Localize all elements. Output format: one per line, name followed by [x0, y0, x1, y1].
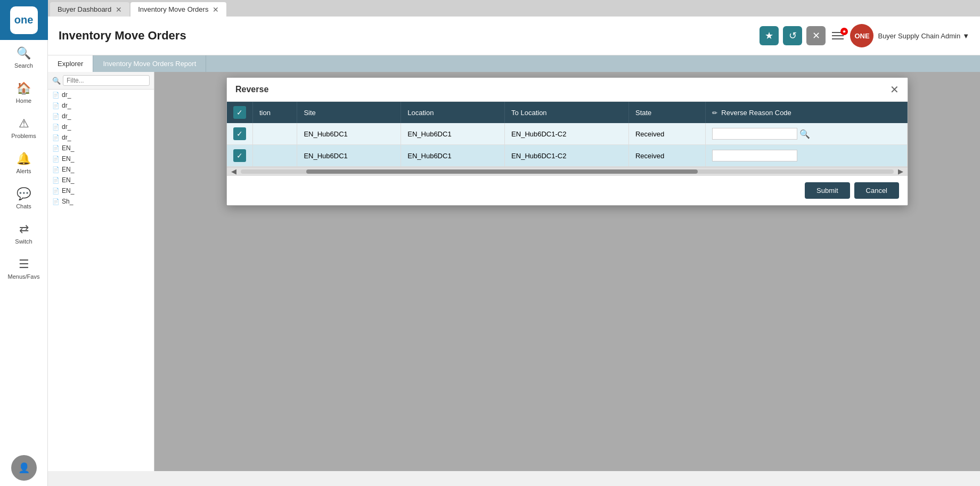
- list-item[interactable]: 📄 EN_: [48, 185, 154, 196]
- row-state-1: Received: [628, 123, 705, 145]
- modal-header: Reverse ✕: [227, 78, 908, 102]
- row-to-location-2: EN_Hub6DC1-C2: [505, 145, 629, 167]
- row-tion-2: [253, 145, 297, 167]
- refresh-icon: ↺: [789, 30, 797, 42]
- sidebar-item-problems[interactable]: ⚠ Problems: [0, 110, 47, 145]
- modal-title: Reverse: [235, 85, 268, 94]
- explorer-filter-input[interactable]: [63, 75, 150, 86]
- horizontal-scrollbar[interactable]: ◀ ▶: [227, 167, 908, 175]
- sidebar-item-label: Menus/Favs: [8, 273, 40, 280]
- menu-icon: ☰: [19, 257, 29, 271]
- modal-overlay: Reverse ✕ ✓: [154, 72, 980, 471]
- reason-code-input-1[interactable]: [712, 128, 797, 140]
- list-item[interactable]: 📄 EN_: [48, 153, 154, 164]
- sidebar-item-search[interactable]: 🔍 Search: [0, 40, 47, 75]
- sidebar-item-label: Switch: [15, 238, 32, 245]
- file-icon: 📄: [52, 102, 60, 109]
- close-page-button[interactable]: ✕: [806, 26, 826, 45]
- list-item[interactable]: 📄 dr_: [48, 111, 154, 122]
- tab-buyer-dashboard[interactable]: Buyer Dashboard ✕: [50, 2, 129, 17]
- logo-text: one: [10, 6, 38, 34]
- sub-tab-label: Inventory Move Orders Report: [103, 60, 196, 68]
- list-item[interactable]: 📄 Sh_: [48, 196, 154, 207]
- file-icon: 📄: [52, 166, 60, 173]
- row-location-2: EN_Hub6DC1: [401, 145, 505, 167]
- sidebar-item-label: Alerts: [16, 168, 31, 174]
- th-checkbox: ✓: [227, 102, 253, 123]
- file-icon: 📄: [52, 156, 60, 163]
- th-to-location: To Location: [505, 102, 629, 123]
- page-title: Inventory Move Orders: [59, 29, 186, 43]
- scroll-right-icon[interactable]: ▶: [896, 167, 905, 175]
- close-icon: ✕: [812, 30, 820, 42]
- tab-label: Inventory Move Orders: [138, 5, 208, 13]
- table-row: ✓ EN_Hub6DC1 EN_Hub6DC1 EN_Hub6DC1-C2 Re…: [227, 123, 908, 145]
- file-icon: 📄: [52, 124, 60, 131]
- tab-inventory-move-orders[interactable]: Inventory Move Orders ✕: [130, 2, 226, 17]
- sidebar-item-alerts[interactable]: 🔔 Alerts: [0, 145, 47, 181]
- sidebar: one 🔍 Search 🏠 Home ⚠ Problems 🔔 Alerts …: [0, 0, 48, 486]
- edit-icon: ✏: [712, 109, 717, 117]
- reason-code-input-2[interactable]: [712, 150, 797, 161]
- sidebar-item-chats[interactable]: 💬 Chats: [0, 181, 47, 216]
- sub-tab-report[interactable]: Inventory Move Orders Report: [93, 55, 206, 72]
- header-checkbox[interactable]: ✓: [233, 106, 246, 119]
- tab-close-icon[interactable]: ✕: [213, 6, 219, 13]
- scrollbar-thumb[interactable]: [306, 169, 698, 174]
- header-actions: ★ ↺ ✕ ★ ONE Buyer Supply Chain Admin ▼: [760, 24, 969, 47]
- modal-table-container: ✓ tion Site: [227, 102, 908, 167]
- tab-close-icon[interactable]: ✕: [116, 6, 122, 13]
- sub-tab-label: Explorer: [58, 60, 83, 68]
- modal-close-button[interactable]: ✕: [890, 84, 899, 95]
- user-dropdown[interactable]: Buyer Supply Chain Admin ▼: [878, 32, 969, 40]
- list-item[interactable]: 📄 EN_: [48, 175, 154, 185]
- reason-code-container: 🔍: [712, 128, 901, 140]
- row-tion-1: [253, 123, 297, 145]
- list-item[interactable]: 📄 dr_: [48, 122, 154, 132]
- row-location-1: EN_Hub6DC1: [401, 123, 505, 145]
- file-icon: 📄: [52, 113, 60, 120]
- file-icon: 📄: [52, 198, 60, 205]
- table-row: ✓ EN_Hub6DC1 EN_Hub6DC1 EN_Hub6DC1-C2 Re…: [227, 145, 908, 167]
- th-tion: tion: [253, 102, 297, 123]
- row-checkbox-1[interactable]: ✓: [233, 127, 246, 140]
- user-role-label: Buyer Supply Chain Admin: [878, 32, 960, 40]
- th-reverse-reason-code: ✏ Reverse Reason Code: [705, 102, 907, 123]
- filter-icon: 🔍: [52, 77, 61, 85]
- explorer-filter-bar: 🔍: [48, 72, 154, 90]
- list-item[interactable]: 📄 dr_: [48, 100, 154, 111]
- sidebar-item-label: Search: [14, 62, 33, 69]
- sidebar-item-label: Home: [16, 98, 31, 104]
- list-item[interactable]: 📄 dr_: [48, 90, 154, 100]
- scroll-left-icon[interactable]: ◀: [229, 167, 239, 175]
- reason-code-container: [712, 150, 901, 161]
- favorite-button[interactable]: ★: [760, 26, 779, 45]
- sidebar-item-label: Chats: [16, 203, 31, 209]
- app-logo[interactable]: one: [0, 0, 48, 40]
- list-item[interactable]: 📄 dr_: [48, 132, 154, 143]
- list-item[interactable]: 📄 EN_: [48, 164, 154, 175]
- chat-icon: 💬: [17, 187, 31, 201]
- row-checkbox-cell: ✓: [227, 145, 253, 167]
- header-menu-button[interactable]: ★: [830, 30, 846, 42]
- reason-code-search-icon-1[interactable]: 🔍: [799, 129, 810, 139]
- cancel-button[interactable]: Cancel: [854, 182, 899, 199]
- avatar[interactable]: 👤: [11, 455, 37, 481]
- th-site: Site: [297, 102, 401, 123]
- row-checkbox-2[interactable]: ✓: [233, 149, 246, 162]
- sidebar-item-switch[interactable]: ⇄ Switch: [0, 216, 47, 251]
- bell-icon: 🔔: [17, 152, 31, 166]
- sidebar-item-menus[interactable]: ☰ Menus/Favs: [0, 251, 47, 286]
- sidebar-item-label: Problems: [11, 133, 36, 139]
- sidebar-item-home[interactable]: 🏠 Home: [0, 75, 47, 110]
- sub-tab-explorer[interactable]: Explorer: [48, 55, 93, 72]
- one-text: ONE: [854, 32, 869, 40]
- switch-icon: ⇄: [19, 222, 29, 236]
- reverse-modal: Reverse ✕ ✓: [226, 77, 908, 206]
- submit-button[interactable]: Submit: [805, 182, 850, 199]
- list-item[interactable]: 📄 EN_: [48, 143, 154, 153]
- page-header: Inventory Move Orders ★ ↺ ✕ ★ ONE Buyer …: [48, 17, 980, 55]
- refresh-button[interactable]: ↺: [783, 26, 802, 45]
- file-icon: 📄: [52, 177, 60, 184]
- scrollbar-track[interactable]: [241, 169, 894, 174]
